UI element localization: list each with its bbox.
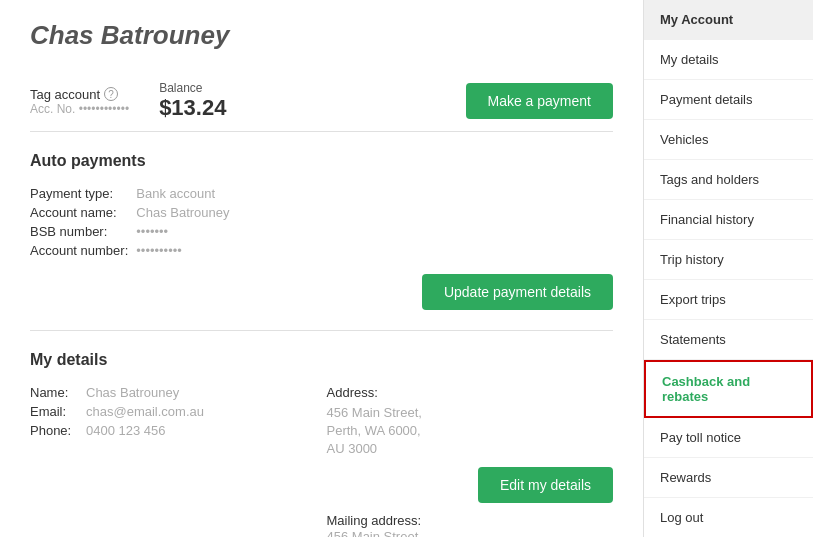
edit-my-details-button[interactable]: Edit my details — [478, 467, 613, 503]
phone-label: Phone: — [30, 423, 80, 438]
account-name-value: Chas Batrouney — [136, 205, 613, 220]
auto-payments-section: Auto payments Payment type: Bank account… — [30, 152, 613, 331]
sidebar-item-log-out[interactable]: Log out — [644, 498, 813, 537]
auto-payments-title: Auto payments — [30, 152, 613, 170]
tag-account: Tag account ? Acc. No. •••••••••••• — [30, 87, 129, 116]
email-value: chas@email.com.au — [86, 404, 204, 419]
balance-label: Balance — [159, 81, 202, 95]
address-value: 456 Main Street, Perth, WA 6000, AU 3000 — [327, 404, 614, 459]
main-content: Chas Batrouney Tag account ? Acc. No. ••… — [0, 0, 643, 537]
name-label: Name: — [30, 385, 80, 400]
payment-details-grid: Payment type: Bank account Account name:… — [30, 186, 613, 258]
mailing-value: 456 Main Street, Perth, WA 6000, AU 3000 — [327, 528, 614, 537]
name-value: Chas Batrouney — [86, 385, 179, 400]
make-payment-button[interactable]: Make a payment — [466, 83, 614, 119]
account-section: Tag account ? Acc. No. •••••••••••• Bala… — [30, 71, 613, 132]
account-number-label: Account number: — [30, 243, 128, 258]
my-details-section: My details Name: Chas Batrouney Email: c… — [30, 351, 613, 537]
sidebar-item-statements[interactable]: Statements — [644, 320, 813, 360]
update-payment-button[interactable]: Update payment details — [422, 274, 613, 310]
phone-value: 0400 123 456 — [86, 423, 166, 438]
bsb-label: BSB number: — [30, 224, 128, 239]
sidebar-item-export-trips[interactable]: Export trips — [644, 280, 813, 320]
mailing-label: Mailing address: — [327, 513, 422, 528]
address-label: Address: — [327, 385, 614, 400]
sidebar-item-my-account[interactable]: My Account — [644, 0, 813, 40]
payment-type-label: Payment type: — [30, 186, 128, 201]
sidebar-item-financial-history[interactable]: Financial history — [644, 200, 813, 240]
sidebar-item-tags-and-holders[interactable]: Tags and holders — [644, 160, 813, 200]
account-name-label: Account name: — [30, 205, 128, 220]
sidebar-item-pay-toll-notice[interactable]: Pay toll notice — [644, 418, 813, 458]
account-number-value: •••••••••• — [136, 243, 613, 258]
account-number: Acc. No. •••••••••••• — [30, 102, 129, 116]
tag-account-label: Tag account — [30, 87, 100, 102]
payment-type-value: Bank account — [136, 186, 613, 201]
balance-amount: $13.24 — [159, 95, 226, 121]
sidebar-item-cashback-and-rebates[interactable]: Cashback and rebates — [644, 360, 813, 418]
my-details-title: My details — [30, 351, 613, 369]
sidebar-item-vehicles[interactable]: Vehicles — [644, 120, 813, 160]
sidebar-item-payment-details[interactable]: Payment details — [644, 80, 813, 120]
email-label: Email: — [30, 404, 80, 419]
sidebar-item-my-details[interactable]: My details — [644, 40, 813, 80]
sidebar-item-trip-history[interactable]: Trip history — [644, 240, 813, 280]
bsb-value: ••••••• — [136, 224, 613, 239]
page-title: Chas Batrouney — [30, 20, 613, 51]
sidebar: My AccountMy detailsPayment detailsVehic… — [643, 0, 813, 537]
help-icon[interactable]: ? — [104, 87, 118, 101]
sidebar-item-rewards[interactable]: Rewards — [644, 458, 813, 498]
balance-section: Balance $13.24 — [159, 81, 226, 121]
